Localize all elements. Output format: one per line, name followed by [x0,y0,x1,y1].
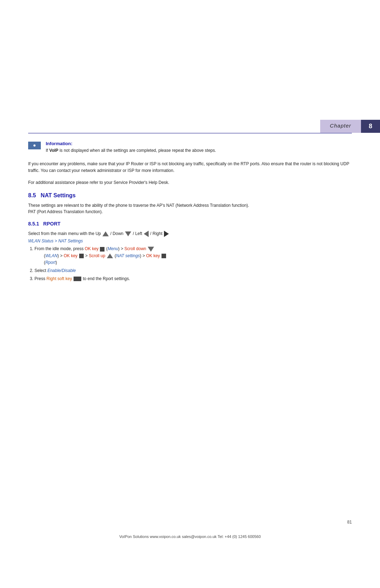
page-number: 81 [347,520,352,525]
nav-row: Select from the main menu with the Up / … [28,230,352,237]
square-btn-2 [79,254,84,258]
nat-settings-label: NAT settings [116,253,140,258]
rect-btn [74,277,81,281]
chapter-label: Chapter [320,120,361,133]
step-2: Select Enable/Disable [34,267,352,274]
ok-key-3: OK key [146,253,160,258]
info-content: Information: If VoIP is not displayed wh… [46,141,216,154]
wlan-label: WLAN [45,253,58,258]
section-85-title: NAT Settings [41,192,76,198]
chapter-rule [28,133,352,134]
arrow-up-icon [102,231,109,236]
ok-key-2: OK key [64,253,77,258]
para2: For additional assistance please refer t… [28,179,352,186]
voip-bold: VoIP [49,148,58,153]
main-content: Information: If VoIP is not displayed wh… [28,137,352,284]
square-btn-1 [100,247,104,252]
menu-label: Menu [108,246,118,251]
arrow-right-icon [164,231,169,237]
arrow-down-icon [125,231,131,236]
scroll-up-label: Scroll up [89,253,105,258]
section-851-heading: 8.5.1 RPORT [28,221,352,227]
steps-list: From the idle mode, press OK key (Menu) … [34,246,352,282]
footer: VoIPon Solutions www.voipon.co.uk sales@… [0,534,380,539]
para1: If you encounter any problems, make sure… [28,161,352,174]
chapter-number: 8 [361,120,380,133]
chapter-banner: Chapter 8 [320,120,380,133]
square-btn-3 [162,254,166,258]
breadcrumb: WLAN Status > NAT Settings [28,239,352,243]
arrow-left-icon [144,231,149,237]
right-soft-key-label: Right soft key [46,276,72,281]
nav-slash3: / Right [150,231,164,236]
enable-disable-label: Enable/Disable [48,268,76,273]
nav-prefix: Select from the main menu with the Up [28,231,102,236]
nav-slash2: / Left [133,231,143,236]
section-851-number: 8.5.1 [28,221,39,227]
info-title: Information: [46,141,216,146]
section-851-title: RPORT [43,221,61,227]
scroll-up-icon [107,253,113,258]
section-85-number: 8.5 [28,192,36,198]
nav-slash1: / Down [110,231,125,236]
info-text: If VoIP is not displayed when all the se… [46,147,216,154]
page: Chapter 8 Information: If VoIP is not di… [0,0,380,588]
section-85-desc: These settings are relevant to the abili… [28,202,352,215]
step-1: From the idle mode, press OK key (Menu) … [34,246,352,266]
scroll-down-icon [148,247,154,252]
rport-label: Rport [45,260,56,265]
section-85-heading: 8.5 NAT Settings [28,192,352,199]
info-box: Information: If VoIP is not displayed wh… [28,141,352,154]
step-3: Press Right soft key to end the Rport se… [34,276,352,282]
info-icon [28,142,41,149]
ok-key-1: OK key [85,246,99,251]
scroll-down-label: Scroll down [124,246,146,251]
